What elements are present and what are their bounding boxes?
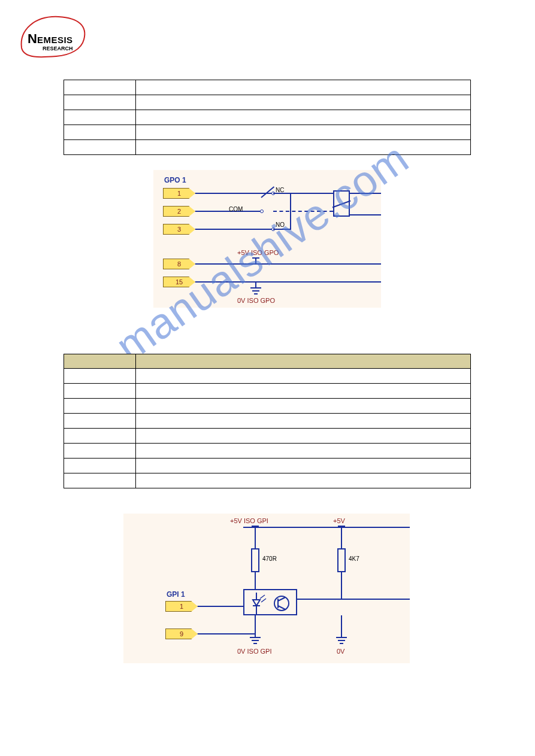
ground-icon <box>250 287 261 296</box>
resistor-icon <box>251 548 259 572</box>
pin-2: 2 <box>163 206 195 217</box>
wire-icon <box>291 193 333 194</box>
svg-marker-0 <box>253 600 260 606</box>
table-row <box>64 459 471 473</box>
gpi-0v-iso-label: 0V ISO GPI <box>237 648 271 655</box>
pin-3: 3 <box>163 224 195 235</box>
relay-coil-icon <box>333 190 350 217</box>
pin-1: 1 <box>163 188 195 199</box>
rail-tick-icon <box>252 257 259 259</box>
wire-icon <box>297 599 341 600</box>
gpo-0v-label: 0V ISO GPO <box>237 297 275 304</box>
ground-icon <box>250 637 261 645</box>
gpi-schematic: +5V ISO GPI +5V 470R 4K7 GPI 1 <box>123 514 410 663</box>
wire-icon <box>255 572 256 589</box>
table-row <box>64 140 471 155</box>
com-label: COM <box>229 206 243 212</box>
wire-icon <box>350 193 381 194</box>
svg-point-4 <box>274 596 289 611</box>
logo-subword: RESEARCH <box>28 45 73 51</box>
table-header-row <box>64 354 471 369</box>
logo-word: EMESIS <box>37 35 73 45</box>
wire-icon <box>341 527 342 548</box>
gpi-title: GPI 1 <box>167 590 185 599</box>
wire-icon <box>255 259 256 263</box>
resistor-icon <box>337 548 346 572</box>
brand-logo: NEMESIS RESEARCH <box>17 11 89 62</box>
table-row <box>64 80 471 95</box>
r4k7-label: 4K7 <box>349 555 359 562</box>
wire-icon <box>341 615 342 637</box>
wire-icon <box>255 527 256 548</box>
pin-1: 1 <box>165 601 198 612</box>
gpi-0v-label: 0V <box>337 648 344 655</box>
table-row <box>64 473 471 488</box>
wire-icon <box>195 263 381 265</box>
table-row <box>64 429 471 444</box>
logo-letter-n: N <box>28 31 37 46</box>
contact-node-icon <box>260 210 264 213</box>
wire-icon <box>195 229 272 230</box>
gpo-title: GPO 1 <box>164 176 186 184</box>
pin-9: 9 <box>165 629 198 639</box>
wire-icon <box>195 211 261 212</box>
ground-icon <box>336 637 347 645</box>
gpo-pin-table <box>64 80 471 155</box>
wire-icon <box>195 281 381 283</box>
svg-line-2 <box>260 595 265 599</box>
wire-icon <box>243 527 410 528</box>
dashed-link-icon <box>273 211 333 212</box>
wire-icon <box>350 214 381 215</box>
wire-icon <box>195 193 272 194</box>
wire-icon <box>198 633 255 634</box>
wire-icon <box>255 281 256 287</box>
wire-icon <box>341 572 342 599</box>
table-row <box>64 125 471 140</box>
gpi-5v-iso-label: +5V ISO GPI <box>230 517 268 524</box>
pin-8: 8 <box>163 259 195 269</box>
gpi-5v-label: +5V <box>333 517 345 524</box>
svg-line-3 <box>261 599 266 602</box>
table-row <box>64 369 471 384</box>
table-row <box>64 399 471 414</box>
wire-icon <box>341 599 410 600</box>
gpi-pin-table <box>64 354 471 488</box>
nc-label: NC <box>276 187 284 193</box>
table-row <box>64 110 471 125</box>
wire-icon <box>273 229 291 230</box>
table-row <box>64 444 471 459</box>
optocoupler-icon <box>243 589 297 615</box>
svg-line-7 <box>278 606 285 609</box>
table-row <box>64 414 471 429</box>
r470-label: 470R <box>262 555 277 562</box>
no-label: NO <box>276 221 285 228</box>
wire-icon <box>198 606 243 607</box>
table-row <box>64 95 471 110</box>
gpo-schematic: GPO 1 1 2 3 8 15 NC COM NO +5V ISO GPO 0… <box>153 170 381 308</box>
svg-line-6 <box>278 597 285 601</box>
table-row <box>64 384 471 399</box>
gpo-5v-label: +5V ISO GPO <box>237 249 279 256</box>
pin-15: 15 <box>163 277 195 287</box>
